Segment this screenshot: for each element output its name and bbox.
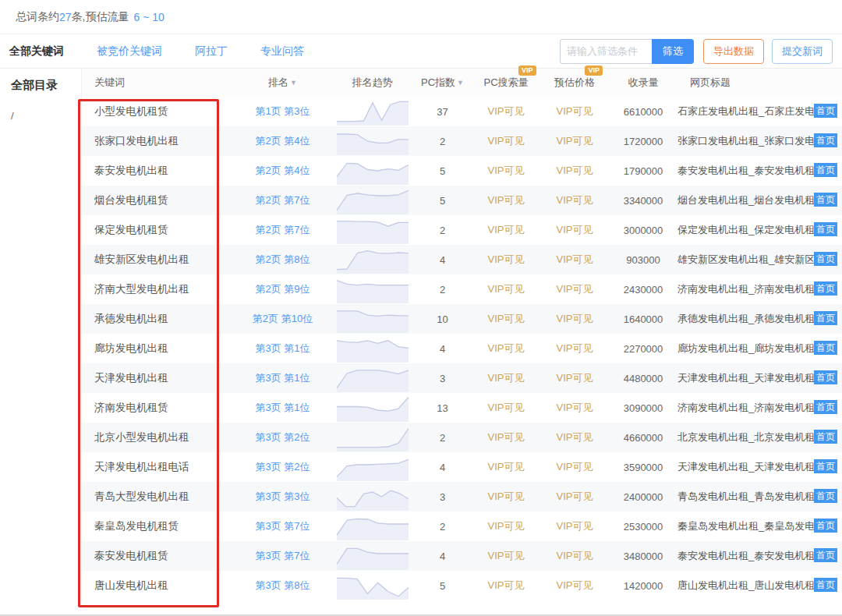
home-page-badge[interactable]: 首页: [814, 341, 837, 355]
indexed-count-cell: 4480000: [609, 363, 677, 393]
est-price-cell: VIP可见: [540, 363, 609, 393]
pc-search-cell: VIP可见: [472, 215, 540, 245]
vip-visible-link[interactable]: VIP可见: [557, 313, 593, 324]
table-row: 唐山发电机出租第3页 第8位5VIP可见VIP可见1420000唐山发电机出租_…: [82, 571, 842, 600]
rank-link[interactable]: 第2页 第7位: [255, 194, 310, 206]
rank-link[interactable]: 第1页 第3位: [255, 105, 310, 117]
home-page-badge[interactable]: 首页: [814, 133, 837, 147]
vip-visible-link[interactable]: VIP可见: [557, 253, 593, 265]
vip-visible-link[interactable]: VIP可见: [557, 402, 593, 413]
page-title-cell: 天津发电机出租_天津发电机租首页: [677, 452, 842, 482]
filter-input[interactable]: [560, 39, 652, 64]
filter-button[interactable]: 筛选: [652, 39, 694, 64]
vip-visible-link[interactable]: VIP可见: [488, 313, 525, 324]
keyword-cell: 唐山发电机出租: [82, 571, 234, 600]
vip-visible-link[interactable]: VIP可见: [557, 461, 593, 473]
home-page-badge[interactable]: 首页: [814, 193, 837, 207]
tab-qa[interactable]: 专业问答: [260, 44, 304, 58]
col-header-pc-index[interactable]: PC指数▼: [413, 69, 472, 97]
vip-visible-link[interactable]: VIP可见: [557, 342, 593, 354]
rank-link[interactable]: 第3页 第7位: [255, 520, 310, 532]
rank-link[interactable]: 第2页 第4位: [255, 135, 310, 147]
vip-visible-link[interactable]: VIP可见: [557, 165, 593, 176]
home-page-badge[interactable]: 首页: [814, 578, 837, 592]
tab-bidding-keywords[interactable]: 被竞价关键词: [97, 44, 162, 58]
vip-visible-link[interactable]: VIP可见: [557, 431, 593, 443]
home-page-badge[interactable]: 首页: [814, 519, 837, 533]
sort-caret-icon[interactable]: ▼: [457, 79, 464, 87]
home-page-badge[interactable]: 首页: [814, 163, 837, 177]
vip-visible-link[interactable]: VIP可见: [488, 431, 525, 443]
rank-cell: 第2页 第7位: [234, 215, 331, 245]
vip-visible-link[interactable]: VIP可见: [557, 135, 593, 147]
pc-index-cell: 4: [413, 245, 472, 274]
rank-link[interactable]: 第3页 第2位: [255, 461, 310, 473]
rank-link[interactable]: 第2页 第8位: [255, 253, 310, 265]
vip-visible-link[interactable]: VIP可见: [557, 372, 593, 384]
home-page-badge[interactable]: 首页: [814, 252, 837, 266]
home-page-badge[interactable]: 首页: [814, 222, 837, 236]
rank-link[interactable]: 第2页 第4位: [255, 165, 310, 176]
vip-visible-link[interactable]: VIP可见: [488, 372, 525, 384]
export-data-button[interactable]: 导出数据: [703, 39, 764, 64]
vip-visible-link[interactable]: VIP可见: [557, 194, 593, 206]
rank-link[interactable]: 第3页 第1位: [255, 402, 310, 413]
vip-visible-link[interactable]: VIP可见: [488, 520, 525, 532]
home-page-badge[interactable]: 首页: [814, 430, 837, 444]
rank-link[interactable]: 第2页 第10位: [253, 313, 313, 324]
vip-visible-link[interactable]: VIP可见: [557, 579, 593, 591]
col-header-rank[interactable]: 排名▼: [234, 69, 331, 97]
rank-link[interactable]: 第3页 第3位: [255, 490, 310, 502]
vip-visible-link[interactable]: VIP可见: [488, 579, 525, 591]
vip-visible-link[interactable]: VIP可见: [557, 224, 593, 235]
vip-visible-link[interactable]: VIP可见: [488, 461, 525, 473]
trend-cell: [331, 126, 413, 156]
vip-visible-link[interactable]: VIP可见: [488, 224, 525, 235]
summary-middle: 条,预估流量: [72, 10, 129, 24]
pc-index-cell: 4: [413, 334, 472, 363]
home-page-badge[interactable]: 首页: [814, 104, 837, 118]
vip-visible-link[interactable]: VIP可见: [488, 135, 525, 147]
rank-link[interactable]: 第3页 第8位: [255, 579, 310, 591]
vip-visible-link[interactable]: VIP可见: [488, 283, 525, 295]
home-page-badge[interactable]: 首页: [814, 311, 837, 325]
vip-visible-link[interactable]: VIP可见: [557, 550, 593, 561]
vip-visible-link[interactable]: VIP可见: [488, 550, 525, 561]
rank-link[interactable]: 第3页 第1位: [255, 342, 310, 354]
rank-cell: 第3页 第8位: [234, 571, 331, 600]
pc-index-cell: 2: [413, 126, 472, 156]
rank-link[interactable]: 第2页 第7位: [255, 224, 310, 235]
rank-link[interactable]: 第3页 第7位: [255, 550, 310, 561]
home-page-badge[interactable]: 首页: [814, 400, 837, 414]
tab-all-keywords[interactable]: 全部关键词: [9, 44, 64, 58]
page-title-cell: 烟台发电机出租_烟台发电机租首页: [677, 186, 842, 215]
vip-visible-link[interactable]: VIP可见: [488, 253, 525, 265]
rank-link[interactable]: 第3页 第1位: [255, 372, 310, 384]
vip-visible-link[interactable]: VIP可见: [488, 342, 525, 354]
vip-visible-link[interactable]: VIP可见: [557, 105, 593, 117]
home-page-badge[interactable]: 首页: [814, 489, 837, 503]
sidebar-item-root[interactable]: /: [11, 110, 81, 122]
rank-link[interactable]: 第3页 第2位: [255, 431, 310, 443]
vip-visible-link[interactable]: VIP可见: [557, 520, 593, 532]
rank-link[interactable]: 第2页 第9位: [255, 283, 310, 295]
vip-visible-link[interactable]: VIP可见: [488, 402, 525, 413]
tab-aladdin[interactable]: 阿拉丁: [195, 44, 228, 58]
page-title-text: 雄安新区发电机出租_雄安新区: [677, 253, 815, 267]
home-page-badge[interactable]: 首页: [814, 459, 837, 473]
pc-index-cell: 5: [413, 156, 472, 186]
table-body: 小型发电机租赁第1页 第3位37VIP可见VIP可见6610000石家庄发电机出…: [82, 97, 842, 600]
rank-cell: 第3页 第7位: [234, 541, 331, 571]
vip-visible-link[interactable]: VIP可见: [557, 490, 593, 502]
home-page-badge[interactable]: 首页: [814, 370, 837, 384]
rank-trend-sparkline: [337, 246, 409, 274]
vip-visible-link[interactable]: VIP可见: [488, 194, 525, 206]
vip-visible-link[interactable]: VIP可见: [488, 165, 525, 176]
vip-visible-link[interactable]: VIP可见: [557, 283, 593, 295]
vip-visible-link[interactable]: VIP可见: [488, 105, 525, 117]
sort-caret-icon[interactable]: ▼: [290, 79, 297, 87]
submit-new-words-button[interactable]: 提交新词: [772, 39, 833, 64]
home-page-badge[interactable]: 首页: [814, 281, 837, 296]
vip-visible-link[interactable]: VIP可见: [488, 490, 525, 502]
home-page-badge[interactable]: 首页: [814, 548, 837, 562]
